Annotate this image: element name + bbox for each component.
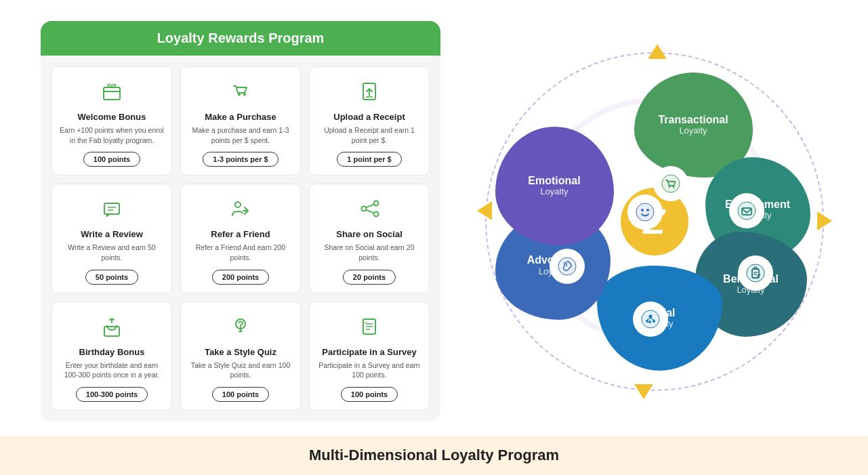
- diagram-wrapper: Transactional Loyalty Engagement Loyalty…: [485, 52, 824, 391]
- svg-point-8: [235, 202, 241, 207]
- welcome-bonus-desc: Earn +100 points when you enrol in the F…: [59, 125, 165, 145]
- diagram-area: Transactional Loyalty Engagement Loyalty…: [468, 52, 841, 391]
- transactional-label-sub: Loyalty: [679, 125, 707, 136]
- svg-point-9: [374, 201, 379, 206]
- card-upload-receipt: Upload a Receipt Upload a Receipt and ea…: [309, 66, 430, 175]
- survey-icon: [354, 312, 384, 342]
- svg-point-27: [672, 186, 674, 188]
- transactional-label-main: Transactional: [658, 114, 728, 126]
- footer-text: Multi-Dimensional Loyalty Program: [309, 447, 559, 463]
- survey-title: Participate in a Survey: [322, 347, 416, 357]
- welcome-bonus-points: 100 points: [83, 152, 140, 167]
- svg-point-25: [662, 175, 680, 192]
- svg-point-1: [238, 93, 241, 96]
- svg-point-11: [374, 212, 379, 217]
- emotional-label-main: Emotional: [528, 175, 580, 187]
- write-review-points: 50 points: [85, 270, 138, 285]
- card-birthday-bonus: Birthday Bonus Enter your birthdate and …: [51, 302, 172, 411]
- share-social-title: Share on Social: [336, 229, 402, 239]
- style-quiz-points: 100 points: [212, 387, 269, 402]
- svg-rect-14: [104, 327, 119, 336]
- make-purchase-title: Make a Purchase: [205, 112, 276, 122]
- upload-receipt-desc: Upload a Receipt and earn 1 point per $.: [316, 125, 422, 145]
- svg-rect-5: [104, 203, 119, 214]
- card-share-social: Share on Social Share on Social and earn…: [309, 184, 430, 293]
- refer-friend-desc: Refer a Friend And earn 200 points.: [188, 243, 293, 262]
- welcome-bonus-icon: [97, 77, 127, 106]
- write-review-icon: [97, 194, 127, 224]
- svg-point-43: [558, 257, 576, 275]
- panel-grid: Welcome Bonus Earn +100 points when you …: [41, 56, 440, 421]
- share-social-desc: Share on Social and earn 20 points.: [316, 243, 422, 262]
- triangle-right: [817, 211, 832, 230]
- style-quiz-desc: Take a Style Quiz and earn 100 points.: [188, 360, 293, 380]
- svg-point-10: [362, 207, 367, 211]
- svg-point-17: [240, 327, 241, 328]
- survey-desc: Participate in a Survey and earn 100 poi…: [316, 360, 422, 380]
- panel-title: Loyalty Rewards Program: [157, 30, 325, 45]
- svg-point-28: [738, 202, 756, 220]
- triangle-top: [648, 44, 667, 59]
- survey-points: 100 points: [341, 387, 398, 402]
- card-make-purchase: Make a Purchase Make a purchase and earn…: [180, 66, 301, 175]
- svg-point-23: [641, 209, 644, 211]
- svg-rect-0: [104, 87, 120, 100]
- transactional-icon: [653, 166, 688, 201]
- card-survey: Participate in a Survey Participate in a…: [309, 302, 430, 411]
- style-quiz-title: Take a Style Quiz: [205, 347, 276, 357]
- upload-receipt-points: 1 point per $: [337, 152, 401, 167]
- refer-friend-title: Refer a Friend: [211, 229, 270, 239]
- birthday-bonus-title: Birthday Bonus: [79, 347, 145, 357]
- emotional-label-sub: Loyalty: [540, 186, 568, 197]
- engagement-icon: [729, 193, 764, 228]
- advocacy-icon: [550, 249, 585, 284]
- card-refer-friend: Refer a Friend Refer a Friend And earn 2…: [180, 184, 301, 293]
- card-write-review: Write a Review Write a Review and earn 5…: [51, 184, 172, 293]
- svg-point-22: [636, 203, 654, 221]
- upload-receipt-title: Upload a Receipt: [333, 112, 405, 122]
- birthday-bonus-icon: [97, 312, 127, 342]
- welcome-bonus-title: Welcome Bonus: [78, 112, 146, 122]
- svg-line-12: [367, 205, 374, 207]
- make-purchase-icon: [226, 77, 255, 106]
- write-review-title: Write a Review: [81, 229, 143, 239]
- make-purchase-points: 1-3 points per $: [203, 152, 278, 167]
- card-welcome-bonus: Welcome Bonus Earn +100 points when you …: [51, 66, 172, 175]
- svg-point-34: [642, 310, 659, 328]
- style-quiz-icon: [226, 312, 255, 342]
- upload-receipt-icon: [354, 77, 384, 106]
- bottom-banner: Multi-Dimensional Loyalty Program: [0, 436, 868, 475]
- svg-point-42: [648, 321, 651, 323]
- triangle-bottom: [634, 384, 653, 399]
- triangle-left: [477, 201, 492, 220]
- share-social-icon: [354, 194, 384, 224]
- loyalty-panel: Loyalty Rewards Program Welcome Bonus Ea…: [41, 21, 440, 421]
- card-style-quiz: Take a Style Quiz Take a Style Quiz and …: [180, 302, 301, 411]
- birthday-bonus-points: 100-300 points: [76, 387, 148, 402]
- refer-friend-icon: [226, 194, 255, 224]
- svg-point-26: [668, 186, 670, 188]
- write-review-desc: Write a Review and earn 50 points.: [59, 243, 165, 262]
- panel-header: Loyalty Rewards Program: [41, 21, 440, 56]
- make-purchase-desc: Make a purchase and earn 1-3 points per …: [188, 125, 293, 145]
- birthday-bonus-desc: Enter your birthdate and earn 100-300 po…: [59, 360, 165, 380]
- svg-point-24: [646, 209, 649, 211]
- share-social-points: 20 points: [343, 270, 396, 285]
- svg-point-35: [648, 314, 652, 318]
- behavioral-icon: [738, 255, 773, 291]
- svg-point-2: [243, 93, 246, 96]
- refer-friend-points: 200 points: [212, 270, 269, 285]
- social-icon: [633, 302, 668, 337]
- main-content: Loyalty Rewards Program Welcome Bonus Ea…: [0, 0, 868, 436]
- center-face-icon: [627, 194, 663, 230]
- svg-line-13: [367, 210, 374, 213]
